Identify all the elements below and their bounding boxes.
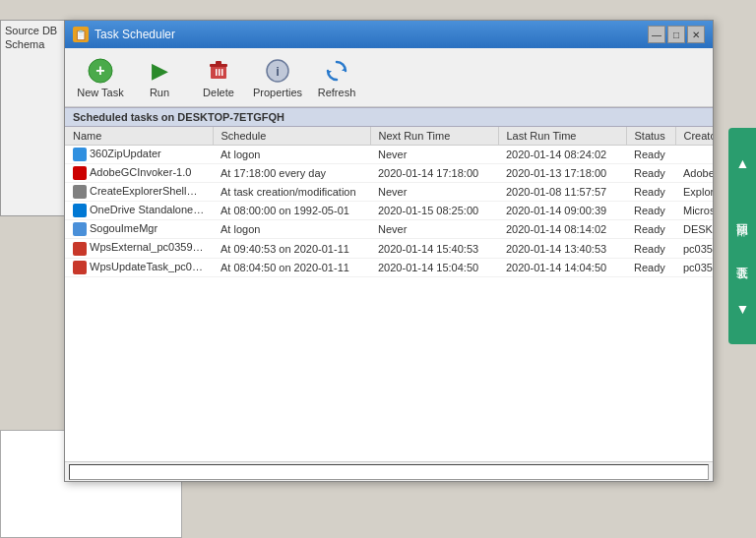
run-button[interactable]: ▶ Run — [132, 52, 187, 103]
refresh-label: Refresh — [318, 87, 356, 98]
schema-label[interactable]: Schema — [5, 38, 64, 50]
col-next-run: Next Run Time — [370, 127, 498, 146]
new-task-button[interactable]: + New Task — [73, 52, 128, 103]
col-status: Status — [626, 127, 675, 146]
section-header: Scheduled tasks on DESKTOP-7ETGFQH — [65, 107, 713, 127]
task-name-text: WpsExternal_pc0359_... — [90, 241, 208, 253]
task-status: Ready — [626, 146, 675, 164]
task-name-cell: CreateExplorerShellUn... — [65, 183, 213, 202]
table-row[interactable]: WpsUpdateTask_pc0359At 08:04:50 on 2020-… — [65, 258, 713, 276]
task-icon — [73, 148, 87, 161]
task-next-run: Never — [370, 220, 498, 239]
task-next-run: 2020-01-14 15:40:53 — [370, 239, 498, 258]
col-name: Name — [65, 127, 213, 146]
status-bar — [65, 461, 713, 481]
task-icon — [73, 242, 87, 256]
source-db-label[interactable]: Source DB — [5, 25, 64, 36]
col-schedule: Schedule — [213, 127, 370, 146]
task-creator: ExplorerShell... — [675, 183, 713, 202]
maximize-button[interactable]: □ — [667, 26, 685, 43]
task-schedule: At 09:40:53 on 2020-01-11 — [213, 239, 370, 258]
svg-rect-5 — [216, 69, 218, 76]
table-row[interactable]: WpsExternal_pc0359_...At 09:40:53 on 202… — [65, 239, 713, 258]
table-row[interactable]: SogouImeMgrAt logonNever2020-01-14 08:14… — [65, 220, 713, 239]
new-task-icon: + — [87, 57, 114, 85]
task-next-run: Never — [370, 146, 498, 164]
task-status: Ready — [626, 183, 675, 202]
task-status: Ready — [626, 258, 675, 276]
task-name-text: AdobeGCInvoker-1.0 — [90, 166, 191, 178]
col-creator: Creator — [675, 127, 713, 146]
task-name-cell: WpsExternal_pc0359_... — [65, 239, 213, 258]
run-label: Run — [150, 87, 169, 98]
task-creator: Microsoft Cor... — [675, 202, 713, 220]
close-button[interactable]: ✕ — [687, 26, 705, 43]
task-creator: pc0359 — [675, 258, 713, 276]
scroll-up-arrow[interactable]: ▲ — [734, 155, 751, 171]
task-schedule: At task creation/modification — [213, 183, 370, 202]
tasks-table: Name Schedule Next Run Time Last Run Tim… — [65, 127, 713, 277]
task-schedule: At 17:18:00 every day — [213, 164, 370, 183]
task-icon — [73, 166, 87, 180]
right-sidebar: ▲ 回顶部 去下载 ▼ — [728, 128, 756, 344]
task-status: Ready — [626, 239, 675, 258]
table-header-row: Name Schedule Next Run Time Last Run Tim… — [65, 127, 713, 146]
new-task-label: New Task — [77, 87, 123, 98]
task-schedule: At 08:00:00 on 1992-05-01 — [213, 202, 370, 220]
task-name-cell: OneDrive Standalone ... — [65, 202, 213, 220]
window-icon: 📋 — [73, 27, 89, 42]
task-next-run: 2020-01-14 17:18:00 — [370, 164, 498, 183]
properties-icon: i — [264, 57, 291, 85]
task-scheduler-window: 📋 Task Scheduler — □ ✕ + New Task ▶ Run — [64, 20, 714, 482]
task-next-run: 2020-01-15 08:25:00 — [370, 202, 498, 220]
refresh-button[interactable]: Refresh — [309, 52, 364, 103]
task-name-cell: SogouImeMgr — [65, 220, 213, 239]
task-creator: DESKTOP-7E... — [675, 220, 713, 239]
task-schedule: At 08:04:50 on 2020-01-11 — [213, 258, 370, 276]
svg-rect-7 — [221, 69, 223, 76]
task-last-run: 2020-01-14 09:00:39 — [498, 202, 626, 220]
task-status: Ready — [626, 164, 675, 183]
task-name-text: OneDrive Standalone ... — [90, 204, 205, 215]
scroll-down-arrow[interactable]: ▼ — [734, 301, 751, 317]
task-next-run: 2020-01-14 15:04:50 — [370, 258, 498, 276]
toolbar: + New Task ▶ Run Delete — [65, 48, 713, 107]
table-row[interactable]: 360ZipUpdaterAt logonNever2020-01-14 08:… — [65, 146, 713, 164]
window-controls: — □ ✕ — [648, 26, 705, 43]
delete-icon — [205, 57, 232, 85]
task-last-run: 2020-01-14 08:14:02 — [498, 220, 626, 239]
task-creator: pc0359 — [675, 239, 713, 258]
task-name-text: WpsUpdateTask_pc0359 — [90, 261, 210, 272]
left-panel: Source DB Schema — [0, 20, 69, 216]
task-status: Ready — [626, 202, 675, 220]
run-icon: ▶ — [146, 57, 173, 85]
table-row[interactable]: CreateExplorerShellUn...At task creation… — [65, 183, 713, 202]
task-name-cell: WpsUpdateTask_pc0359 — [65, 258, 213, 276]
col-last-run: Last Run Time — [498, 127, 626, 146]
task-last-run: 2020-01-13 17:18:00 — [498, 164, 626, 183]
task-icon — [73, 222, 87, 236]
task-next-run: Never — [370, 183, 498, 202]
task-status: Ready — [626, 220, 675, 239]
task-last-run: 2020-01-14 14:04:50 — [498, 258, 626, 276]
task-name-text: SogouImeMgr — [90, 222, 158, 234]
status-bar-inner — [69, 464, 709, 480]
svg-rect-6 — [219, 69, 220, 76]
task-icon — [73, 261, 87, 274]
window-title: Task Scheduler — [94, 28, 175, 41]
properties-label: Properties — [253, 87, 302, 98]
svg-text:i: i — [276, 64, 280, 79]
delete-button[interactable]: Delete — [191, 52, 246, 103]
properties-button[interactable]: i Properties — [250, 52, 305, 103]
task-creator — [675, 146, 713, 164]
table-row[interactable]: AdobeGCInvoker-1.0At 17:18:00 every day2… — [65, 164, 713, 183]
title-bar: 📋 Task Scheduler — □ ✕ — [65, 21, 713, 48]
table-row[interactable]: OneDrive Standalone ...At 08:00:00 on 19… — [65, 202, 713, 220]
task-name-text: CreateExplorerShellUn... — [90, 185, 210, 197]
svg-rect-4 — [216, 61, 221, 65]
task-icon — [73, 185, 87, 199]
refresh-icon — [323, 57, 350, 85]
minimize-button[interactable]: — — [648, 26, 665, 43]
table-area[interactable]: Name Schedule Next Run Time Last Run Tim… — [65, 127, 713, 461]
task-creator: Adobe Syste... — [675, 164, 713, 183]
